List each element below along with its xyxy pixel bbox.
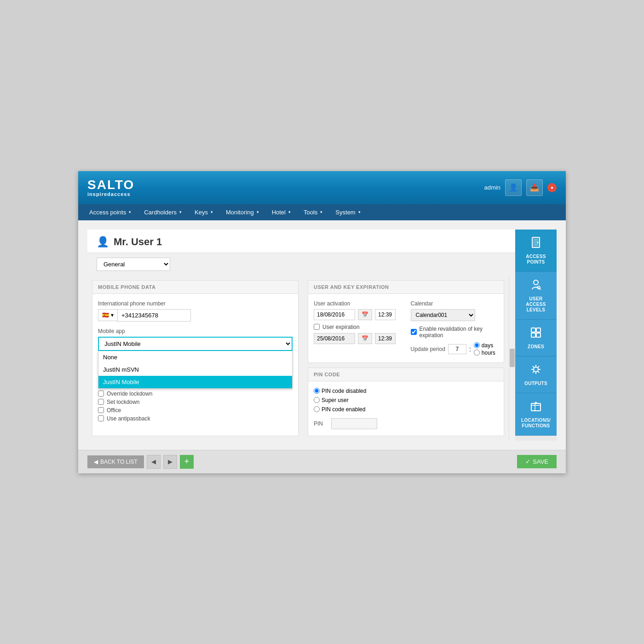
nav-access-points[interactable]: Access points ▾ — [83, 204, 138, 220]
hours-radio-row: hours — [474, 350, 495, 356]
revalidation-checkbox: Enable revalidation of key expiration — [411, 326, 499, 339]
scrollbar[interactable] — [509, 276, 515, 441]
dropdown-none[interactable]: None — [98, 351, 292, 363]
dropdown-justin-mobile[interactable]: JustIN Mobile — [98, 376, 292, 388]
activation-date-input[interactable] — [314, 309, 355, 320]
pin-code-header: PIN CODE — [308, 368, 504, 381]
checkbox-set-lockdown-input[interactable] — [98, 399, 104, 405]
admin-label: admin — [484, 184, 500, 191]
checkbox-antipassback-label: Use antipassback — [107, 415, 150, 422]
dropdown-arrow: ▾ — [111, 312, 114, 318]
dropdown-justin-msvn[interactable]: JustIN mSVN — [98, 363, 292, 376]
phone-form-group: International phone number 🇪🇸 ▾ — [98, 300, 293, 322]
calendar-select-row: Calendar001 — [411, 309, 499, 321]
mobile-app-dropdown-container: None JustIN mSVN JustIN Mobile None Just… — [98, 337, 293, 351]
pin-code-body: PIN code disabled Super user PIN code en… — [308, 381, 504, 436]
hours-label: hours — [482, 350, 495, 356]
right-col: Calendar Calendar001 Enable revalidati — [411, 300, 499, 356]
phone-input-group: 🇪🇸 ▾ — [98, 309, 293, 322]
phone-input[interactable] — [117, 309, 191, 322]
prev-button[interactable]: ◀ — [147, 455, 161, 469]
zones-icon — [529, 326, 542, 342]
user-expiration-checkbox: User expiration — [314, 324, 402, 330]
checkbox-override-lockdown-input[interactable] — [98, 391, 104, 397]
user-activation-label: User activation — [314, 300, 402, 307]
nav-keys[interactable]: Keys ▾ — [188, 204, 219, 220]
sidebar-user-access-levels[interactable]: USER ACCESS LEVELS — [515, 272, 557, 320]
next-button[interactable]: ▶ — [163, 455, 177, 469]
svg-rect-6 — [531, 328, 535, 332]
save-button[interactable]: ✓ SAVE — [517, 455, 557, 468]
pin-input[interactable] — [331, 418, 377, 429]
mobile-phone-body: International phone number 🇪🇸 ▾ Mobile a… — [92, 294, 298, 430]
svg-line-5 — [540, 288, 541, 290]
phone-label: International phone number — [98, 300, 293, 307]
pin-field-label: PIN — [314, 420, 328, 427]
activation-time-input[interactable] — [375, 309, 396, 320]
calendar-select[interactable]: Calendar001 — [411, 309, 475, 321]
page-title: Mr. User 1 — [114, 236, 162, 248]
flag-icon: 🇪🇸 — [102, 312, 109, 318]
svg-line-16 — [538, 371, 539, 373]
two-col-layout: User activation 📅 User expiration — [314, 300, 498, 356]
checkbox-antipassback: Use antipassback — [98, 415, 293, 422]
expiration-date-input[interactable] — [314, 333, 355, 344]
sidebar-locations-label: LOCATIONS/ FUNCTIONS — [519, 418, 553, 429]
checkbox-antipassback-input[interactable] — [98, 415, 104, 421]
left-col: User activation 📅 User expiration — [314, 300, 402, 356]
sidebar-access-points-label: ACCESS POINTS — [519, 254, 553, 265]
mobile-phone-header: MOBILE PHONE DATA — [92, 281, 298, 294]
nav-cardholders[interactable]: Cardholders ▾ — [138, 204, 188, 220]
right-panels: USER AND KEY EXPIRATION User activation … — [303, 276, 509, 441]
pin-disabled-label: PIN code disabled — [322, 388, 366, 394]
sidebar-locations-functions[interactable]: LOCATIONS/ FUNCTIONS — [515, 393, 557, 436]
nav-caret-system: ▾ — [358, 210, 361, 214]
back-to-list-button[interactable]: ◀ BACK TO LIST — [87, 455, 144, 468]
general-select[interactable]: General — [97, 258, 170, 271]
revalidation-checkbox-input[interactable] — [411, 329, 417, 335]
checkbox-office-input[interactable] — [98, 407, 104, 413]
pin-enabled-label: PIN code enabled — [322, 406, 365, 413]
settings-circle-button[interactable]: ● — [547, 183, 557, 192]
checkbox-office: Office — [98, 407, 293, 414]
svg-point-3 — [534, 280, 538, 285]
user-expiration-checkbox-input[interactable] — [314, 324, 320, 330]
sidebar-access-points[interactable]: ACCESS POINTS — [515, 230, 557, 272]
update-period-input[interactable] — [448, 344, 466, 354]
pin-disabled-radio[interactable] — [314, 388, 320, 394]
expiration-calendar-button[interactable]: 📅 — [358, 333, 372, 344]
nav-tools[interactable]: Tools ▾ — [297, 204, 329, 220]
activation-calendar-button[interactable]: 📅 — [358, 309, 372, 320]
nav-monitoring[interactable]: Monitoring ▾ — [219, 204, 265, 220]
save-check-icon: ✓ — [525, 458, 530, 465]
user-profile-button[interactable]: 👤 — [505, 179, 522, 196]
update-period-row: Update period : days — [411, 342, 499, 356]
svg-rect-19 — [531, 403, 540, 411]
expiration-time-input[interactable] — [375, 333, 396, 344]
sidebar-user-access-levels-label: USER ACCESS LEVELS — [519, 296, 553, 313]
hours-radio[interactable] — [474, 350, 480, 356]
add-button[interactable]: + — [180, 455, 194, 469]
nav-hotel[interactable]: Hotel ▾ — [265, 204, 297, 220]
sidebar-zones[interactable]: ZONES — [515, 320, 557, 356]
panels-row: MOBILE PHONE DATA International phone nu… — [87, 276, 515, 441]
pin-enabled-radio[interactable] — [314, 406, 320, 412]
back-arrow-icon: ◀ — [94, 459, 98, 465]
nav-system[interactable]: System ▾ — [329, 204, 367, 220]
svg-line-17 — [538, 366, 539, 368]
flag-select[interactable]: 🇪🇸 ▾ — [98, 309, 117, 321]
svg-line-18 — [533, 371, 534, 373]
nav-caret-keys: ▾ — [211, 210, 213, 214]
sidebar-outputs[interactable]: OUTPUTS — [515, 356, 557, 393]
mobile-app-select[interactable]: None JustIN mSVN JustIN Mobile — [98, 337, 293, 351]
nav-caret-cardholders: ▾ — [179, 210, 182, 214]
superuser-radio[interactable] — [314, 397, 320, 403]
header-right: admin 👤 📥 ● — [484, 179, 557, 196]
svg-rect-8 — [531, 333, 535, 337]
days-radio[interactable] — [474, 342, 480, 348]
pin-options: PIN code disabled Super user PIN code en… — [314, 388, 498, 413]
nav-caret-access-points: ▾ — [129, 210, 131, 214]
form-content: 👤 Mr. User 1 General MOBILE PHONE DATA I… — [87, 230, 515, 441]
user-key-expiration-panel: USER AND KEY EXPIRATION User activation … — [308, 280, 504, 363]
download-button[interactable]: 📥 — [526, 179, 543, 196]
